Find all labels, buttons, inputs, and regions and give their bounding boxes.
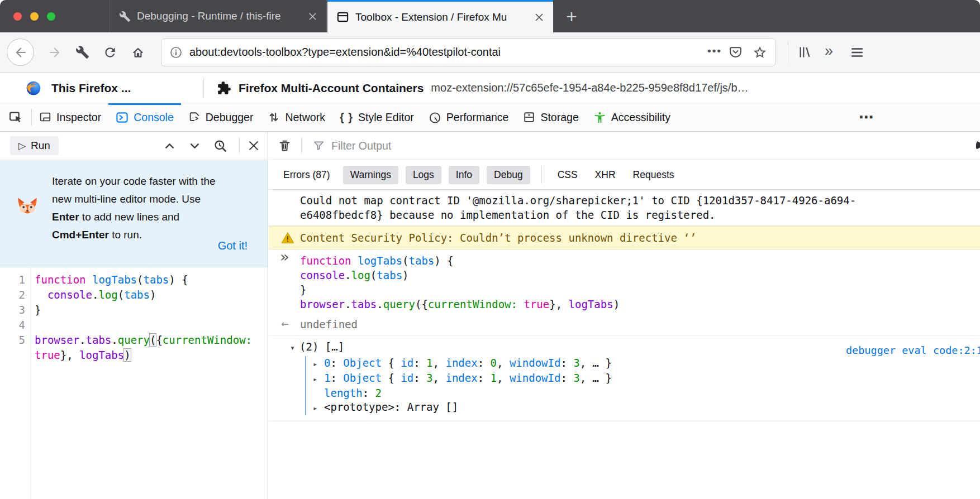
clipped-edge-icon[interactable] (970, 140, 980, 153)
tab-storage[interactable]: Storage (516, 103, 586, 131)
home-button[interactable] (131, 45, 145, 60)
console-icon (116, 111, 129, 124)
zoom-window-button[interactable] (47, 12, 55, 21)
storage-icon (523, 111, 535, 123)
devtools-wrench-button[interactable] (75, 45, 89, 59)
clear-console-button[interactable] (278, 139, 292, 153)
filter-warnings[interactable]: Warnings (343, 166, 398, 184)
run-icon: ▷ (18, 140, 26, 152)
node-picker-button[interactable] (0, 103, 31, 131)
result-undefined: ← undefined (269, 314, 980, 335)
url-text[interactable]: about:devtools-toolbox?type=extension&id… (189, 46, 704, 59)
close-editor-button[interactable] (248, 140, 260, 152)
object-row[interactable]: ▸0: Object { id: 1, index: 0, windowId: … (306, 356, 980, 371)
filterbar-divider (541, 166, 542, 184)
code-line: browser.tabs.query({currentWindow: (31, 333, 252, 348)
new-tab-button[interactable]: + (559, 0, 584, 32)
tab-label: Style Editor (358, 111, 414, 124)
filter-funnel-icon (312, 140, 325, 152)
close-tab-icon[interactable] (308, 12, 317, 21)
warning-icon (281, 232, 294, 244)
performance-icon (429, 111, 441, 124)
filter-errors[interactable]: Errors (87) (278, 166, 336, 184)
more-tools-button[interactable]: ⋯ (859, 103, 874, 132)
tab-accessibility[interactable]: Accessibility (586, 103, 678, 131)
close-tab-icon[interactable] (534, 12, 544, 22)
filter-xhr[interactable]: XHR (594, 166, 617, 184)
browser-tab-debugging[interactable]: Debugging - Runtime / this-fire (110, 0, 327, 32)
line-number: 1 (0, 272, 31, 287)
minimize-window-button[interactable] (30, 12, 39, 21)
browser-tab-toolbox[interactable]: Toolbox - Extension / Firefox Mu (327, 0, 553, 32)
url-bar[interactable]: about:devtools-toolbox?type=extension&id… (161, 39, 776, 66)
bookmark-star-icon[interactable] (753, 45, 767, 60)
toolbox-icon (336, 11, 349, 23)
array-header-row[interactable]: ▾(2) […] debugger eval code:2:1 (269, 339, 980, 355)
toolbar-divider (788, 42, 788, 63)
gutter-divider (31, 267, 31, 499)
editor-toolbar: ▷ Run (0, 132, 268, 160)
info-icon[interactable] (169, 46, 183, 59)
tab-style-editor[interactable]: { } Style Editor (332, 103, 421, 131)
return-arrow-icon: ← (281, 316, 288, 331)
source-location-link[interactable]: debugger eval code:2:1 (846, 343, 980, 358)
tab-label: Debugger (206, 111, 254, 124)
filter-info[interactable]: Info (449, 166, 479, 184)
tab-network[interactable]: Network (260, 103, 332, 131)
extension-url: moz-extension://57c65efe-1954-a84e-b225-… (431, 81, 748, 94)
multiline-editor[interactable]: 1function logTabs(tabs) { 2 console.log(… (0, 267, 268, 363)
forward-button[interactable] (47, 45, 62, 60)
tab-label: Console (134, 111, 174, 124)
object-row[interactable]: ▸1: Object { id: 3, index: 1, windowId: … (306, 371, 980, 386)
header-divider (203, 78, 204, 98)
toolbar-divider (239, 137, 240, 154)
line-number: 2 (0, 287, 31, 303)
code-line: true}, logTabs) (31, 348, 131, 363)
fox-icon (16, 195, 39, 218)
navigation-toolbar: about:devtools-toolbox?type=extension&id… (0, 32, 980, 73)
network-icon (268, 111, 280, 123)
filter-requests[interactable]: Requests (632, 166, 675, 184)
tab-label: Network (285, 111, 325, 124)
inspector-icon (39, 111, 51, 123)
pocket-icon[interactable] (729, 45, 743, 59)
filter-output-input[interactable]: Filter Output (331, 140, 391, 152)
history-search-icon[interactable] (213, 138, 228, 153)
warning-message: Content Security Policy: Couldn’t proces… (269, 226, 980, 250)
wrench-icon (119, 11, 131, 22)
previous-expression-button[interactable] (163, 139, 177, 153)
console-output-pane: Filter Output Errors (87) Warnings Logs … (269, 132, 980, 499)
array-result-message: ▾(2) […] debugger eval code:2:1 ▸0: Obje… (269, 335, 980, 421)
line-number: 5 (0, 333, 31, 348)
tab-console[interactable]: Console (108, 103, 181, 131)
tab-debugger[interactable]: Debugger (181, 103, 261, 131)
filter-debug[interactable]: Debug (487, 166, 530, 184)
evaluated-input-message: » function logTabs(tabs) { console.log(t… (269, 250, 980, 314)
debugger-icon (188, 111, 201, 123)
traffic-lights (13, 0, 55, 32)
tab-title: Debugging - Runtime / this-fire (137, 10, 302, 22)
overflow-menu-button[interactable]: » (825, 42, 833, 60)
run-button[interactable]: ▷ Run (10, 136, 59, 155)
close-window-button[interactable] (13, 12, 22, 21)
filter-logs[interactable]: Logs (406, 166, 441, 184)
notification-text: Iterate on your code faster with the new… (52, 172, 216, 244)
page-actions-button[interactable]: ••• (707, 45, 722, 57)
prototype-row[interactable]: ▸<prototype>: Array [] (306, 400, 980, 415)
back-button[interactable] (7, 39, 34, 66)
runtime-label: This Firefox ... (51, 73, 131, 103)
tab-performance[interactable]: Performance (421, 103, 516, 131)
filter-css[interactable]: CSS (556, 166, 579, 184)
tab-inspector[interactable]: Inspector (32, 103, 108, 131)
reload-button[interactable] (103, 45, 117, 60)
tab-label: Storage (540, 111, 578, 124)
extension-puzzle-icon (217, 81, 231, 95)
editor-notification: Iterate on your code faster with the new… (0, 160, 268, 267)
got-it-link[interactable]: Got it! (218, 239, 248, 252)
library-icon[interactable] (797, 45, 812, 60)
collapse-twisty-icon[interactable]: ▾ (290, 343, 295, 353)
next-expression-button[interactable] (188, 139, 202, 153)
devtools-tab-bar: Inspector Console Debugger Network { } S… (0, 103, 980, 132)
hamburger-menu-icon[interactable] (850, 45, 864, 60)
error-message: Could not map contract ID '@mozilla.org/… (269, 190, 980, 226)
